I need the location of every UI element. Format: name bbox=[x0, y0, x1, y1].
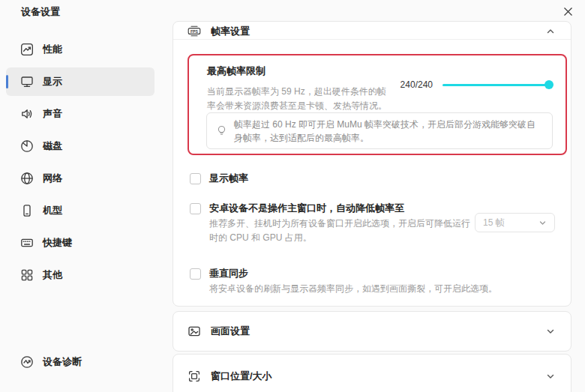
display-icon bbox=[20, 75, 34, 88]
sidebar-item-label: 其他 bbox=[43, 268, 62, 282]
framerate-tip-box: 帧率超过 60 Hz 即可开启 MuMu 帧率突破技术，开启后部分游戏能够突破自… bbox=[206, 112, 553, 149]
network-icon bbox=[20, 172, 34, 185]
option-label: 显示帧率 bbox=[209, 172, 248, 185]
auto-lower-framerate-checkbox[interactable] bbox=[190, 203, 201, 214]
grid-icon bbox=[20, 268, 34, 282]
option-label: 安卓设备不是操作主窗口时，自动降低帧率至 bbox=[209, 202, 404, 215]
fps-icon: FPS bbox=[188, 25, 201, 37]
sidebar-item-label: 快捷键 bbox=[43, 236, 72, 250]
max-framerate-description: 当前显示器帧率为 59 Hz，超出硬件条件的帧率会带来资源浪费甚至是卡顿、发热等… bbox=[207, 85, 388, 113]
chevron-down-icon[interactable] bbox=[544, 325, 556, 337]
device-settings-window: { "window": { "title": "设备设置" }, "sideba… bbox=[0, 0, 585, 392]
diagnosis-icon bbox=[20, 355, 34, 369]
option-description: 推荐多开、挂机时为所有设备窗口开启此选项，开启后可降低运行时的 CPU 和 GP… bbox=[209, 217, 470, 245]
dropdown-value: 15 帧 bbox=[483, 217, 505, 229]
framerate-section-header[interactable]: FPS 帧率设置 bbox=[173, 22, 571, 40]
sidebar-item-disk[interactable]: 磁盘 bbox=[6, 132, 154, 160]
sidebar-item-label: 性能 bbox=[43, 43, 62, 56]
slider-track[interactable] bbox=[442, 84, 546, 86]
window-size-section-header[interactable]: 窗口位置/大小 bbox=[173, 367, 571, 385]
sidebar-item-label: 网络 bbox=[43, 172, 62, 185]
window-position-size-card: 窗口位置/大小 bbox=[172, 354, 572, 392]
close-button[interactable] bbox=[558, 2, 578, 20]
framerate-settings-card: FPS 帧率设置 最高帧率限制 当前显示器帧率为 59 Hz，超出硬件条件的帧率… bbox=[172, 21, 572, 307]
sidebar-item-label: 声音 bbox=[43, 107, 62, 121]
sidebar-item-other[interactable]: 其他 bbox=[6, 261, 154, 289]
close-icon bbox=[562, 6, 574, 17]
svg-text:FPS: FPS bbox=[190, 29, 199, 34]
chevron-up-icon[interactable] bbox=[544, 25, 556, 37]
section-title: 画面设置 bbox=[211, 325, 250, 338]
sidebar: 性能 显示 声音 磁盘 bbox=[6, 35, 154, 293]
section-title: 窗口位置/大小 bbox=[211, 370, 272, 383]
slider-thumb[interactable] bbox=[544, 80, 554, 89]
max-framerate-title: 最高帧率限制 bbox=[207, 64, 388, 78]
sidebar-item-network[interactable]: 网络 bbox=[6, 164, 154, 193]
max-framerate-highlight-box: 最高帧率限制 当前显示器帧率为 59 Hz，超出硬件条件的帧率会带来资源浪费甚至… bbox=[188, 54, 567, 155]
max-framerate-text-block: 最高帧率限制 当前显示器帧率为 59 Hz，超出硬件条件的帧率会带来资源浪费甚至… bbox=[207, 64, 388, 113]
sidebar-item-label: 显示 bbox=[43, 75, 62, 88]
sidebar-item-shortcuts[interactable]: 快捷键 bbox=[6, 229, 154, 257]
sidebar-item-device-diagnosis[interactable]: 设备诊断 bbox=[6, 348, 154, 376]
picture-icon bbox=[188, 325, 201, 338]
option-auto-lower-framerate: 安卓设备不是操作主窗口时，自动降低帧率至 bbox=[190, 202, 404, 215]
option-vsync: 垂直同步 bbox=[190, 267, 248, 280]
framerate-dropdown[interactable]: 15 帧 bbox=[475, 213, 555, 232]
phone-icon bbox=[20, 204, 34, 217]
section-title: 帧率设置 bbox=[211, 25, 250, 38]
sidebar-item-device-model[interactable]: 机型 bbox=[6, 196, 154, 225]
vsync-checkbox[interactable] bbox=[190, 268, 201, 280]
framerate-slider[interactable] bbox=[442, 79, 554, 90]
keyboard-icon bbox=[20, 236, 34, 250]
window-title: 设备设置 bbox=[21, 5, 60, 19]
lightbulb-icon bbox=[216, 125, 227, 136]
sidebar-item-sound[interactable]: 声音 bbox=[6, 100, 154, 128]
sidebar-item-label: 设备诊断 bbox=[43, 355, 82, 369]
picture-settings-card: 画面设置 bbox=[172, 311, 572, 352]
chevron-down-icon bbox=[538, 219, 547, 227]
sidebar-item-performance[interactable]: 性能 bbox=[6, 35, 154, 64]
option-description: 将安卓设备的刷新与显示器频率同步，如遇到画面撕裂，可开启此选项。 bbox=[209, 282, 539, 296]
option-show-framerate: 显示帧率 bbox=[190, 172, 248, 185]
sidebar-item-label: 机型 bbox=[43, 204, 62, 217]
framerate-tip-text: 帧率超过 60 Hz 即可开启 MuMu 帧率突破技术，开启后部分游戏能够突破自… bbox=[234, 118, 543, 145]
show-framerate-checkbox[interactable] bbox=[190, 173, 201, 184]
performance-icon bbox=[20, 43, 34, 56]
sidebar-item-display[interactable]: 显示 bbox=[6, 67, 154, 96]
disk-icon bbox=[20, 139, 34, 153]
sidebar-item-label: 磁盘 bbox=[43, 139, 62, 153]
framerate-slider-value: 240/240 bbox=[400, 79, 433, 90]
chevron-down-icon[interactable] bbox=[544, 370, 556, 382]
picture-section-header[interactable]: 画面设置 bbox=[173, 312, 571, 351]
window-size-icon bbox=[188, 370, 201, 383]
sound-icon bbox=[20, 107, 34, 121]
option-label: 垂直同步 bbox=[209, 267, 248, 280]
